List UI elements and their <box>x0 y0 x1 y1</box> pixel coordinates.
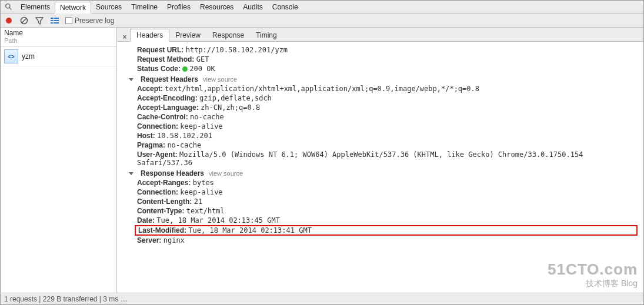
network-toolbar: Preserve log <box>1 14 643 28</box>
header-row: Connection: keep-alive <box>129 187 638 197</box>
svg-rect-9 <box>54 20 59 21</box>
tab-timeline[interactable]: Timeline <box>126 2 162 12</box>
detail-tab-response[interactable]: Response <box>206 29 250 41</box>
header-row: Cache-Control: no-cache <box>129 112 638 122</box>
response-headers-section[interactable]: Response Headers view source <box>129 167 638 178</box>
request-headers-section[interactable]: Request Headers view source <box>129 73 638 84</box>
header-row: Host: 10.58.102.201 <box>129 131 638 140</box>
panel-tabs: Elements Network Sources Timeline Profil… <box>1 1 643 14</box>
large-rows-icon[interactable] <box>50 16 59 25</box>
tab-resources[interactable]: Resources <box>195 2 238 12</box>
record-icon[interactable] <box>4 16 14 25</box>
header-row: Server: nginx <box>129 236 638 245</box>
request-detail-panel: × Headers Preview Response Timing Reques… <box>117 28 643 293</box>
svg-rect-7 <box>54 18 59 19</box>
svg-line-1 <box>9 8 11 9</box>
status-bar: 1 requests | 229 B transferred | 3 ms … <box>1 293 643 304</box>
chevron-down-icon <box>129 172 134 175</box>
request-row[interactable]: <> yzm <box>1 47 116 66</box>
header-row: Last-Modified: Tue, 18 Mar 2014 02:13:41… <box>135 225 638 236</box>
svg-point-2 <box>6 18 12 24</box>
tab-profiles[interactable]: Profiles <box>162 2 195 12</box>
clear-icon[interactable] <box>19 16 29 25</box>
header-row: Connection: keep-alive <box>129 122 638 131</box>
col-path: Path <box>4 37 113 44</box>
header-row: Accept-Ranges: bytes <box>129 178 638 187</box>
tab-audits[interactable]: Audits <box>238 2 267 12</box>
svg-rect-11 <box>54 22 59 24</box>
close-icon[interactable]: × <box>119 33 130 41</box>
detail-tab-timing[interactable]: Timing <box>250 29 283 41</box>
svg-rect-10 <box>51 22 53 24</box>
request-list-header: Name Path <box>1 28 116 47</box>
checkbox-icon[interactable] <box>65 17 72 24</box>
view-source-link[interactable]: view source <box>209 170 243 177</box>
tab-console[interactable]: Console <box>268 2 303 12</box>
detail-tab-preview[interactable]: Preview <box>169 29 206 41</box>
svg-marker-5 <box>36 18 43 24</box>
request-list[interactable]: <> yzm <box>1 47 116 293</box>
svg-line-4 <box>22 18 26 23</box>
header-row: Pragma: no-cache <box>129 140 638 150</box>
status-text: 1 requests | 229 B transferred | 3 ms … <box>4 295 128 303</box>
file-icon: <> <box>4 49 18 63</box>
svg-point-0 <box>5 4 9 8</box>
request-name: yzm <box>22 52 35 61</box>
section-title: Request Headers <box>141 75 198 83</box>
network-main: Name Path <> yzm × Headers Preview Respo… <box>1 28 643 293</box>
view-source-link[interactable]: view source <box>203 76 237 83</box>
tab-elements[interactable]: Elements <box>16 2 55 12</box>
header-row: Date: Tue, 18 Mar 2014 02:13:45 GMT <box>129 216 638 225</box>
detail-tabs: × Headers Preview Response Timing <box>117 28 643 42</box>
filter-icon[interactable] <box>35 16 44 25</box>
search-icon[interactable] <box>4 3 12 11</box>
tab-network[interactable]: Network <box>55 2 91 14</box>
header-row: Accept-Encoding: gzip,deflate,sdch <box>129 93 638 103</box>
status-dot-icon <box>182 66 188 72</box>
header-row: Accept: text/html,application/xhtml+xml,… <box>129 84 638 93</box>
svg-rect-6 <box>51 18 53 19</box>
general-method: Request Method: GET <box>129 55 638 64</box>
preserve-log-toggle[interactable]: Preserve log <box>65 16 114 25</box>
header-row: Content-Length: 21 <box>129 197 638 206</box>
svg-rect-8 <box>51 20 53 21</box>
header-row: Content-Type: text/html <box>129 206 638 216</box>
devtools-window: Elements Network Sources Timeline Profil… <box>0 0 644 305</box>
section-title: Response Headers <box>141 169 204 177</box>
request-list-panel: Name Path <> yzm <box>1 28 117 293</box>
header-row: Accept-Language: zh-CN,zh;q=0.8 <box>129 103 638 112</box>
header-row: User-Agent: Mozilla/5.0 (Windows NT 6.1;… <box>129 150 638 167</box>
general-url: Request URL: http://10.58.102.201/yzm <box>129 45 638 55</box>
chevron-down-icon <box>129 78 134 81</box>
general-status: Status Code: 200 OK <box>129 64 638 73</box>
tab-sources[interactable]: Sources <box>91 2 126 12</box>
headers-body[interactable]: Request URL: http://10.58.102.201/yzm Re… <box>117 42 643 293</box>
col-name: Name <box>4 29 113 37</box>
preserve-log-label: Preserve log <box>75 16 114 25</box>
detail-tab-headers[interactable]: Headers <box>130 29 169 42</box>
